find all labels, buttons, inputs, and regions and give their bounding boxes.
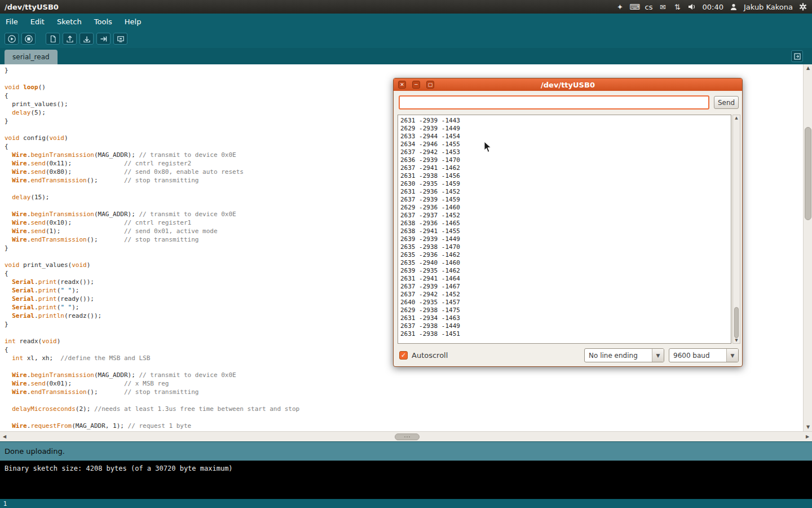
editor-vertical-scrollbar[interactable]: ▲ ▼ (803, 64, 812, 431)
new-sketch-button[interactable] (46, 33, 60, 45)
code-line: Wire.beginTransmission(MAG_ADDR); // tra… (5, 371, 803, 379)
code-line: Wire.send(0x01); // x MSB reg (5, 379, 803, 388)
line-ending-value: No line ending (585, 349, 652, 362)
menu-tools[interactable]: Tools (94, 17, 112, 26)
serial-data-line: 2639 -2939 -1449 (400, 235, 729, 243)
scroll-left-icon[interactable]: ◀ (0, 432, 9, 442)
line-ending-dropdown[interactable]: No line ending ▼ (584, 348, 664, 362)
scroll-down-icon[interactable]: ▼ (804, 423, 812, 431)
serial-data-line: 2629 -2936 -1460 (400, 204, 729, 212)
serial-data-line: 2629 -2938 -1475 (400, 306, 729, 314)
line-number-strip: 1 (0, 499, 812, 508)
menu-help[interactable]: Help (125, 17, 142, 26)
serial-data-line: 2637 -2937 -1452 (400, 212, 729, 220)
open-sketch-button[interactable] (63, 33, 77, 45)
serial-data-line: 2637 -2939 -1459 (400, 196, 729, 204)
line-number: 1 (3, 501, 7, 507)
stop-button[interactable] (21, 33, 36, 45)
code-line: Wire.endTransmission(); // stop transmit… (5, 388, 803, 396)
minimize-icon[interactable]: ─ (412, 81, 420, 89)
serial-data-line: 2637 -2942 -1452 (400, 291, 729, 299)
baud-rate-dropdown[interactable]: 9600 baud ▼ (669, 348, 739, 362)
serial-data-line: 2631 -2939 -1443 (400, 117, 729, 125)
serial-data-line: 2633 -2944 -1454 (400, 133, 729, 141)
mail-icon[interactable]: ✉ (658, 2, 667, 11)
serial-data-line: 2637 -2939 -1467 (400, 283, 729, 291)
code-line: delayMicroseconds(2); //needs at least 1… (5, 405, 803, 413)
menu-sketch[interactable]: Sketch (57, 17, 82, 26)
code-line (5, 413, 803, 422)
console-message: Binary sketch size: 4208 bytes (of a 307… (5, 465, 233, 472)
serial-output-scrollbar[interactable]: ▲ ▼ (732, 115, 740, 344)
scroll-right-icon[interactable]: ▶ (803, 432, 812, 442)
user-icon (729, 2, 738, 11)
network-arrows-icon[interactable]: ⇅ (673, 2, 682, 11)
maximize-icon[interactable]: ▢ (426, 81, 434, 89)
scroll-up-icon[interactable]: ▲ (804, 64, 812, 72)
status-bar: Done uploading. (0, 441, 812, 461)
serial-data-line: 2631 -2938 -1451 (400, 330, 729, 338)
chevron-down-icon: ▼ (652, 349, 664, 362)
serial-monitor-title: /dev/ttyUSB0 (394, 81, 742, 89)
clock[interactable]: 00:40 (702, 3, 723, 11)
editor-horizontal-scrollbar[interactable]: ◀ ▶ (0, 431, 812, 441)
serial-monitor-controls: ✓ Autoscroll No line ending ▼ 9600 baud … (394, 348, 742, 363)
mouse-cursor (484, 141, 493, 156)
serial-monitor-button[interactable] (113, 33, 127, 45)
desktop: /dev/ttyUSB0 ✦ ⌨ cs ✉ ⇅ 00:40 Jakub Kako… (0, 0, 812, 508)
code-line: } (5, 66, 803, 75)
serial-data-line: 2631 -2938 -1456 (400, 172, 729, 180)
menubar: FileEditSketchToolsHelp (0, 14, 812, 29)
tab-menu-button[interactable] (791, 50, 803, 62)
upload-button[interactable] (96, 33, 111, 45)
autoscroll-checkbox[interactable]: ✓ (399, 351, 408, 360)
serial-output-area[interactable]: 2631 -2939 -14432629 -2939 -14492633 -29… (398, 115, 731, 344)
serial-data-line: 2630 -2935 -1459 (400, 180, 729, 188)
serial-data-line: 2635 -2936 -1462 (400, 251, 729, 259)
serial-vscroll-thumb[interactable] (734, 307, 739, 338)
serial-data-line: 2634 -2946 -1455 (400, 141, 729, 148)
keyboard-icon[interactable]: ⌨ (630, 2, 639, 11)
panel-window-title: /dev/ttyUSB0 (5, 3, 59, 11)
serial-data-line: 2636 -2939 -1470 (400, 156, 729, 164)
autoscroll-label: Autoscroll (412, 351, 448, 360)
close-icon[interactable]: ✕ (398, 81, 406, 89)
scroll-down-icon[interactable]: ▼ (733, 338, 740, 343)
save-sketch-button[interactable] (80, 33, 94, 45)
menu-file[interactable]: File (6, 17, 18, 26)
serial-data-line: 2629 -2939 -1449 (400, 125, 729, 133)
baud-rate-value: 9600 baud (669, 349, 726, 362)
top-panel: /dev/ttyUSB0 ✦ ⌨ cs ✉ ⇅ 00:40 Jakub Kako… (0, 0, 812, 14)
tab-serial-read[interactable]: serial_read (5, 50, 58, 64)
serial-data-line: 2631 -2936 -1452 (400, 188, 729, 196)
serial-data-line: 2637 -2942 -1453 (400, 148, 729, 156)
send-button-label: Send (718, 99, 735, 107)
serial-data-line: 2637 -2938 -1449 (400, 322, 729, 330)
session-gear-icon[interactable] (798, 2, 807, 11)
volume-icon[interactable] (687, 2, 696, 11)
serial-data-line: 2637 -2941 -1462 (400, 164, 729, 172)
editor-vscroll-thumb[interactable] (805, 127, 811, 220)
serial-data-line: 2635 -2940 -1460 (400, 259, 729, 267)
serial-monitor-titlebar[interactable]: /dev/ttyUSB0 ✕ ─ ▢ (394, 78, 742, 91)
serial-send-input[interactable] (399, 95, 709, 110)
console-output[interactable]: Binary sketch size: 4208 bytes (of a 307… (0, 461, 812, 499)
serial-monitor-window: /dev/ttyUSB0 ✕ ─ ▢ Send 2631 -2939 -1443… (393, 78, 743, 367)
menu-edit[interactable]: Edit (30, 17, 45, 26)
pinwheel-indicator-icon[interactable]: ✦ (616, 2, 625, 11)
chevron-down-icon: ▼ (726, 349, 738, 362)
system-tray: ✦ ⌨ cs ✉ ⇅ 00:40 Jakub Kakona (616, 2, 812, 11)
status-message: Done uploading. (5, 447, 65, 456)
send-button[interactable]: Send (714, 96, 739, 109)
tab-bar: serial_read (0, 48, 812, 64)
keyboard-layout-indicator[interactable]: cs (645, 3, 653, 11)
verify-button[interactable] (5, 33, 19, 45)
editor-hscroll-thumb[interactable] (395, 433, 420, 440)
code-line (5, 396, 803, 405)
serial-data-line: 2635 -2938 -1470 (400, 243, 729, 251)
serial-data-line: 2638 -2936 -1465 (400, 220, 729, 227)
toolbar (0, 29, 812, 48)
serial-data-line: 2639 -2935 -1462 (400, 267, 729, 275)
username[interactable]: Jakub Kakona (744, 3, 793, 11)
scroll-up-icon[interactable]: ▲ (733, 115, 740, 121)
